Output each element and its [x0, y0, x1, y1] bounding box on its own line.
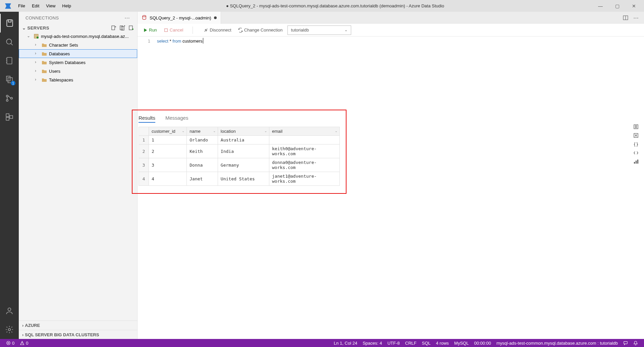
deploy-icon[interactable] — [128, 25, 134, 31]
cell[interactable] — [269, 136, 340, 144]
menu-file[interactable]: File — [15, 1, 29, 11]
save-xml-icon[interactable] — [633, 150, 639, 156]
activity-search-icon[interactable] — [0, 33, 19, 51]
status-warnings[interactable]: 0 — [17, 341, 31, 346]
section-bigdata[interactable]: › SQL SERVER BIG DATA CLUSTERS — [19, 330, 137, 339]
svg-rect-10 — [6, 117, 9, 120]
status-spaces[interactable]: Spaces: 4 — [360, 341, 385, 346]
messages-tab[interactable]: Messages — [165, 115, 188, 123]
col-location[interactable]: location⌄ — [218, 127, 269, 136]
activity-settings-icon[interactable] — [0, 320, 19, 339]
svg-point-13 — [8, 329, 11, 331]
tree-character-sets[interactable]: › Character Sets — [19, 41, 137, 49]
sort-icon[interactable]: ⌄ — [213, 129, 216, 133]
status-lang[interactable]: SQL — [419, 341, 433, 346]
status-connection[interactable]: mysql-ads-test-common.mysql.database.azu… — [494, 341, 621, 346]
col-rownum[interactable] — [139, 127, 149, 136]
activity-notebooks-icon[interactable] — [0, 51, 19, 70]
status-eol[interactable]: CRLF — [402, 341, 419, 346]
server-label: mysql-ads-test-common.mysql.database.az.… — [41, 34, 129, 39]
status-encoding[interactable]: UTF-8 — [385, 341, 402, 346]
change-connection-button[interactable]: Change Connection — [236, 26, 285, 34]
section-azure[interactable]: › AZURE — [19, 321, 137, 330]
cell[interactable]: 1 — [149, 136, 187, 144]
cancel-button[interactable]: Cancel — [162, 26, 185, 34]
new-group-icon[interactable] — [120, 25, 125, 31]
app-logo-icon — [4, 2, 12, 10]
cell[interactable]: janet1@adventure-works.com — [269, 172, 340, 186]
maximize-button[interactable]: ▢ — [612, 3, 622, 9]
cell[interactable]: 3 — [149, 158, 187, 172]
tree-tablespaces[interactable]: › Tablespaces — [19, 75, 137, 84]
code-line[interactable]: select * from customers — [157, 38, 203, 44]
cell[interactable]: Keith — [187, 144, 218, 158]
split-editor-icon[interactable] — [623, 15, 629, 21]
cell[interactable]: Australia — [218, 136, 269, 144]
status-engine[interactable]: MySQL — [451, 341, 471, 346]
chevron-down-icon[interactable]: ⌄ — [22, 25, 26, 31]
menu-help[interactable]: Help — [59, 1, 74, 11]
save-json-icon[interactable] — [633, 141, 639, 147]
status-bell-icon[interactable] — [631, 341, 641, 346]
database-select[interactable]: tutorialdb ⌄ — [287, 25, 351, 35]
results-tab[interactable]: Results — [139, 115, 155, 123]
status-rows[interactable]: 4 rows — [433, 341, 451, 346]
status-time[interactable]: 00:00:00 — [471, 341, 494, 346]
cell[interactable]: 2 — [149, 144, 187, 158]
status-cursor[interactable]: Ln 1, Col 24 — [331, 341, 360, 346]
section-servers-label[interactable]: SERVERS — [28, 25, 49, 31]
menu-view[interactable]: View — [43, 1, 59, 11]
table-row[interactable]: 1 1 Orlando Australia — [139, 136, 340, 144]
disconnect-button[interactable]: Disconnect — [202, 26, 233, 34]
sort-icon[interactable]: ⌄ — [264, 129, 267, 133]
editor-more-icon[interactable]: ⋯ — [633, 15, 639, 21]
activity-extensions-icon[interactable] — [0, 108, 19, 126]
close-button[interactable]: ✕ — [629, 3, 639, 9]
tree-system-databases[interactable]: › System Databases — [19, 58, 137, 67]
activity-account-icon[interactable] — [0, 301, 19, 320]
results-grid[interactable]: customer_id⌄ name⌄ location⌄ email⌄ 1 1 … — [139, 127, 340, 186]
sort-icon[interactable]: ⌄ — [182, 129, 184, 133]
tree-databases[interactable]: › Databases — [19, 49, 137, 58]
menu-edit[interactable]: Edit — [29, 1, 43, 11]
table-row[interactable]: 3 3 Donna Germany donna0@adventure-works… — [139, 158, 340, 172]
svg-rect-3 — [7, 57, 12, 64]
cell[interactable]: Janet — [187, 172, 218, 186]
col-email[interactable]: email⌄ — [269, 127, 340, 136]
cell[interactable]: Orlando — [187, 136, 218, 144]
editor-tab[interactable]: SQLQuery_2 - mysql-...oadmin) — [138, 12, 221, 24]
table-row[interactable]: 2 2 Keith India keith0@adventure-works.c… — [139, 144, 340, 158]
cell[interactable]: India — [218, 144, 269, 158]
cancel-label: Cancel — [170, 27, 183, 33]
svg-point-20 — [37, 37, 39, 39]
save-excel-icon[interactable] — [633, 133, 639, 138]
cell[interactable]: Germany — [218, 158, 269, 172]
toolbar-divider — [193, 26, 193, 34]
chevron-right-icon: › — [35, 77, 40, 82]
run-button[interactable]: Run — [141, 26, 159, 34]
sidebar-more-icon[interactable]: ⋯ — [124, 15, 130, 21]
chart-icon[interactable] — [633, 159, 639, 164]
save-csv-icon[interactable] — [633, 124, 639, 129]
cell[interactable]: 4 — [149, 172, 187, 186]
sort-icon[interactable]: ⌄ — [335, 129, 337, 133]
cell[interactable]: United States — [218, 172, 269, 186]
activity-explorer-icon[interactable] — [0, 70, 19, 89]
cell: 3 — [139, 158, 149, 172]
col-customer-id[interactable]: customer_id⌄ — [149, 127, 187, 136]
server-node[interactable]: ⌄ mysql-ads-test-common.mysql.database.a… — [19, 32, 137, 41]
cell[interactable]: donna0@adventure-works.com — [269, 158, 340, 172]
tree-users[interactable]: › Users — [19, 67, 137, 75]
activity-connections-icon[interactable] — [0, 14, 19, 33]
table-row[interactable]: 4 4 Janet United States janet1@adventure… — [139, 172, 340, 186]
svg-rect-17 — [129, 26, 132, 30]
minimize-button[interactable]: — — [596, 3, 605, 9]
activity-source-control-icon[interactable] — [0, 89, 19, 108]
status-feedback-icon[interactable] — [621, 341, 631, 346]
cell[interactable]: keith0@adventure-works.com — [269, 144, 340, 158]
new-connection-icon[interactable] — [111, 25, 116, 31]
status-errors[interactable]: 0 — [3, 341, 17, 346]
col-name[interactable]: name⌄ — [187, 127, 218, 136]
cell[interactable]: Donna — [187, 158, 218, 172]
code-editor[interactable]: 1 select * from customers — [138, 37, 644, 46]
